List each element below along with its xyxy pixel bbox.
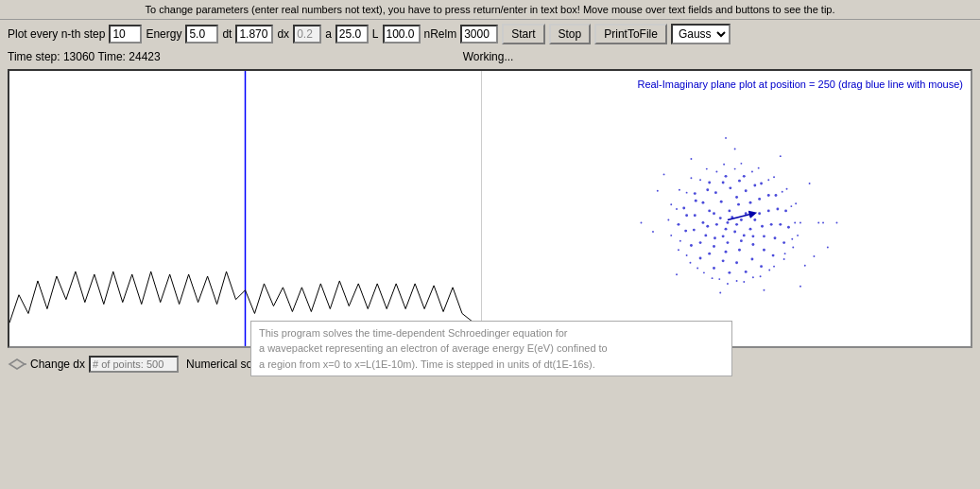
energy-input[interactable] bbox=[185, 25, 218, 44]
svg-point-29 bbox=[702, 221, 705, 224]
svg-point-84 bbox=[727, 283, 729, 285]
svg-point-92 bbox=[782, 191, 783, 193]
svg-point-20 bbox=[727, 241, 730, 244]
svg-point-56 bbox=[738, 180, 741, 183]
desc-line1: This program solves the time-dependent S… bbox=[259, 325, 724, 341]
svg-point-5 bbox=[725, 228, 728, 231]
svg-point-131 bbox=[734, 148, 736, 149]
svg-point-45 bbox=[699, 241, 702, 244]
svg-point-76 bbox=[708, 182, 711, 184]
dx-label: dx bbox=[277, 27, 289, 41]
svg-point-25 bbox=[749, 201, 752, 204]
plot-container: Real-Imaginary plane plot at position = … bbox=[8, 69, 972, 348]
svg-point-9 bbox=[745, 212, 748, 215]
svg-point-63 bbox=[699, 257, 702, 260]
svg-point-129 bbox=[657, 190, 659, 192]
svg-point-62 bbox=[690, 244, 693, 247]
plot-every-input[interactable] bbox=[109, 25, 142, 44]
plot-every-label: Plot every n-th step bbox=[8, 27, 105, 41]
svg-point-37 bbox=[767, 209, 770, 212]
svg-point-126 bbox=[719, 292, 721, 294]
svg-point-65 bbox=[728, 271, 731, 274]
svg-point-12 bbox=[728, 209, 731, 212]
L-input[interactable] bbox=[383, 25, 421, 44]
svg-point-141 bbox=[799, 286, 801, 288]
svg-point-27 bbox=[720, 201, 723, 203]
svg-point-41 bbox=[714, 191, 717, 194]
svg-point-113 bbox=[670, 203, 672, 205]
points-input[interactable] bbox=[89, 356, 179, 373]
left-plot bbox=[9, 71, 482, 346]
svg-point-48 bbox=[735, 261, 738, 264]
svg-point-69 bbox=[782, 241, 785, 244]
svg-point-123 bbox=[817, 221, 819, 223]
svg-point-82 bbox=[696, 268, 698, 270]
print-to-file-button[interactable]: PrintToFile bbox=[594, 24, 667, 44]
desc-line3: a region from x=0 to x=L(1E-10m). Time i… bbox=[259, 357, 724, 373]
stop-button[interactable]: Stop bbox=[549, 24, 592, 44]
svg-point-90 bbox=[794, 221, 796, 223]
svg-point-8 bbox=[719, 217, 722, 219]
svg-point-135 bbox=[813, 255, 815, 257]
svg-point-51 bbox=[774, 236, 777, 239]
svg-point-108 bbox=[703, 271, 705, 273]
nRelm-input[interactable] bbox=[460, 25, 498, 44]
svg-point-53 bbox=[776, 208, 779, 211]
svg-point-60 bbox=[685, 214, 688, 217]
svg-point-68 bbox=[772, 254, 775, 257]
svg-point-59 bbox=[695, 200, 697, 202]
svg-point-19 bbox=[714, 236, 716, 239]
svg-point-50 bbox=[763, 249, 765, 252]
start-button[interactable]: Start bbox=[502, 24, 544, 44]
svg-point-22 bbox=[751, 235, 754, 237]
svg-point-2 bbox=[727, 221, 730, 224]
a-input[interactable] bbox=[335, 25, 369, 44]
description-box: This program solves the time-dependent S… bbox=[250, 321, 732, 377]
svg-point-116 bbox=[706, 168, 708, 170]
svg-point-57 bbox=[722, 182, 725, 184]
svg-point-74 bbox=[743, 175, 746, 178]
scatter-svg bbox=[482, 71, 971, 346]
svg-point-79 bbox=[678, 223, 680, 226]
svg-point-99 bbox=[676, 208, 678, 210]
working-status: Working... bbox=[463, 50, 514, 63]
svg-point-6 bbox=[740, 218, 743, 221]
svg-point-15 bbox=[753, 218, 756, 221]
svg-point-89 bbox=[791, 238, 793, 240]
top-message-bar: To change parameters (enter real numbers… bbox=[0, 0, 980, 20]
dx-input[interactable] bbox=[293, 25, 321, 44]
svg-point-46 bbox=[708, 253, 711, 255]
svg-point-91 bbox=[790, 205, 792, 207]
svg-point-10 bbox=[749, 228, 752, 231]
svg-point-64 bbox=[713, 267, 715, 270]
svg-point-109 bbox=[690, 262, 692, 264]
svg-point-100 bbox=[799, 221, 801, 223]
dt-input[interactable] bbox=[235, 25, 273, 44]
change-dx-label: Change dx bbox=[30, 358, 85, 371]
svg-point-34 bbox=[751, 243, 754, 246]
svg-point-71 bbox=[784, 209, 787, 212]
svg-point-16 bbox=[737, 203, 740, 206]
svg-point-42 bbox=[702, 201, 705, 204]
svg-point-43 bbox=[694, 214, 696, 217]
svg-point-35 bbox=[763, 235, 765, 237]
svg-point-96 bbox=[715, 171, 717, 173]
svg-point-3 bbox=[731, 216, 733, 218]
svg-point-44 bbox=[693, 229, 696, 232]
svg-point-52 bbox=[779, 223, 782, 226]
svg-point-75 bbox=[725, 175, 728, 178]
gauss-select[interactable]: Gauss bbox=[671, 24, 731, 44]
svg-point-120 bbox=[773, 176, 775, 178]
timestep-status: Time step: 13060 Time: 24423 bbox=[8, 50, 161, 63]
svg-point-95 bbox=[734, 168, 736, 170]
svg-point-33 bbox=[738, 249, 741, 252]
nRelm-label: nRelm bbox=[424, 27, 457, 41]
a-label: a bbox=[325, 27, 332, 41]
svg-point-132 bbox=[780, 155, 782, 157]
svg-point-102 bbox=[792, 246, 794, 248]
svg-point-139 bbox=[641, 221, 643, 223]
right-plot-label-text: Real-Imaginary plane plot at position = … bbox=[637, 79, 963, 90]
svg-point-118 bbox=[740, 163, 742, 165]
svg-point-17 bbox=[713, 212, 715, 215]
svg-point-103 bbox=[783, 258, 785, 260]
